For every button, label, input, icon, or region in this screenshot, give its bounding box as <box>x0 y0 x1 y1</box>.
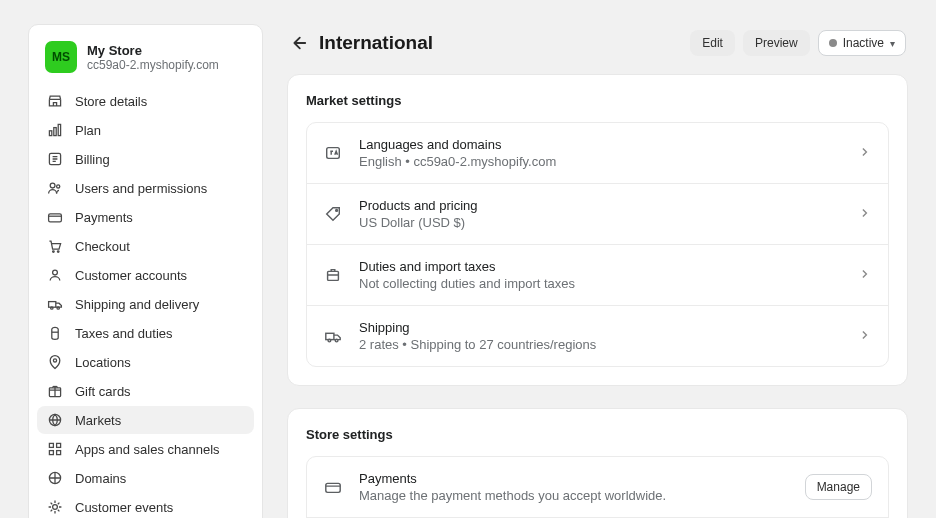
store-avatar: MS <box>45 41 77 73</box>
sidebar-item-label: Payments <box>75 210 133 225</box>
setting-row-title: Duties and import taxes <box>359 259 842 274</box>
setting-row-sub: English • cc59a0-2.myshopify.com <box>359 154 842 169</box>
setting-row-sub: 2 rates • Shipping to 27 countries/regio… <box>359 337 842 352</box>
svg-rect-0 <box>49 131 51 136</box>
domains-icon <box>47 470 63 486</box>
svg-point-12 <box>57 307 59 309</box>
page-title: International <box>319 32 433 54</box>
chevron-right-icon <box>858 328 872 345</box>
store-settings-list: PaymentsManage the payment methods you a… <box>306 456 889 518</box>
storefront-icon <box>47 93 63 109</box>
setting-row-title: Shipping <box>359 320 842 335</box>
apps-icon <box>47 441 63 457</box>
shipping-icon <box>47 296 63 312</box>
market-setting-row[interactable]: Products and pricingUS Dollar (USD $) <box>307 184 888 245</box>
tag-icon <box>323 204 343 224</box>
market-settings-card: Market settings Languages and domainsEng… <box>287 74 908 386</box>
truck-icon <box>323 326 343 346</box>
setting-row-sub: US Dollar (USD $) <box>359 215 842 230</box>
sidebar-item-label: Customer accounts <box>75 268 187 283</box>
status-dropdown[interactable]: Inactive ▾ <box>818 30 906 56</box>
svg-rect-16 <box>49 443 53 447</box>
sidebar-item-locations[interactable]: Locations <box>37 348 254 376</box>
chevron-right-icon <box>858 206 872 223</box>
store-header: MS My Store cc59a0-2.myshopify.com <box>37 37 254 87</box>
svg-rect-28 <box>326 483 340 492</box>
sidebar-item-customer-accounts[interactable]: Customer accounts <box>37 261 254 289</box>
market-setting-row[interactable]: Languages and domainsEnglish • cc59a0-2.… <box>307 123 888 184</box>
sidebar-item-label: Billing <box>75 152 110 167</box>
events-icon <box>47 499 63 515</box>
sidebar-item-plan[interactable]: Plan <box>37 116 254 144</box>
sidebar-item-label: Gift cards <box>75 384 131 399</box>
svg-point-5 <box>57 185 60 188</box>
status-dot-icon <box>829 39 837 47</box>
svg-rect-19 <box>57 451 61 455</box>
sidebar-item-label: Plan <box>75 123 101 138</box>
back-button[interactable] <box>289 34 307 52</box>
sidebar-item-label: Customer events <box>75 500 173 515</box>
payments-icon <box>323 477 343 497</box>
svg-point-9 <box>53 270 58 275</box>
sidebar-item-apps-and-sales-channels[interactable]: Apps and sales channels <box>37 435 254 463</box>
sidebar-item-payments[interactable]: Payments <box>37 203 254 231</box>
sidebar-item-checkout[interactable]: Checkout <box>37 232 254 260</box>
billing-icon <box>47 151 63 167</box>
plan-icon <box>47 122 63 138</box>
svg-point-21 <box>53 505 58 510</box>
market-setting-row[interactable]: Shipping2 rates • Shipping to 27 countri… <box>307 306 888 366</box>
chevron-right-icon <box>858 267 872 284</box>
customer-icon <box>47 267 63 283</box>
svg-point-13 <box>53 359 56 362</box>
sidebar-item-gift-cards[interactable]: Gift cards <box>37 377 254 405</box>
sidebar-item-billing[interactable]: Billing <box>37 145 254 173</box>
chevron-down-icon: ▾ <box>890 38 895 49</box>
sidebar-item-markets[interactable]: Markets <box>37 406 254 434</box>
sidebar-item-label: Users and permissions <box>75 181 207 196</box>
sidebar-item-shipping-and-delivery[interactable]: Shipping and delivery <box>37 290 254 318</box>
settings-nav: Store detailsPlanBillingUsers and permis… <box>37 87 254 518</box>
preview-button[interactable]: Preview <box>743 30 810 56</box>
store-settings-card: Store settings PaymentsManage the paymen… <box>287 408 908 518</box>
users-icon <box>47 180 63 196</box>
market-settings-title: Market settings <box>306 93 889 108</box>
main-content: International Edit Preview Inactive ▾ Ma… <box>287 24 908 518</box>
sidebar-item-label: Store details <box>75 94 147 109</box>
manage-button[interactable]: Manage <box>805 474 872 500</box>
taxes-icon <box>47 325 63 341</box>
svg-point-11 <box>51 307 53 309</box>
market-setting-row[interactable]: Duties and import taxesNot collecting du… <box>307 245 888 306</box>
sidebar-item-domains[interactable]: Domains <box>37 464 254 492</box>
store-setting-row: PaymentsManage the payment methods you a… <box>307 457 888 518</box>
sidebar-item-label: Apps and sales channels <box>75 442 220 457</box>
store-settings-title: Store settings <box>306 427 889 442</box>
sidebar-item-store-details[interactable]: Store details <box>37 87 254 115</box>
svg-rect-18 <box>49 451 53 455</box>
svg-rect-6 <box>49 214 62 222</box>
status-label: Inactive <box>843 36 884 50</box>
svg-point-4 <box>50 183 55 188</box>
edit-button[interactable]: Edit <box>690 30 735 56</box>
page-header: International Edit Preview Inactive ▾ <box>287 24 908 74</box>
svg-point-7 <box>53 251 55 253</box>
payments-icon <box>47 209 63 225</box>
chevron-right-icon <box>858 145 872 162</box>
sidebar-item-customer-events[interactable]: Customer events <box>37 493 254 518</box>
checkout-icon <box>47 238 63 254</box>
svg-point-27 <box>335 339 338 342</box>
duties-icon <box>323 265 343 285</box>
sidebar-item-label: Taxes and duties <box>75 326 173 341</box>
sidebar-item-label: Locations <box>75 355 131 370</box>
svg-rect-17 <box>57 443 61 447</box>
sidebar-item-taxes-and-duties[interactable]: Taxes and duties <box>37 319 254 347</box>
market-settings-list: Languages and domainsEnglish • cc59a0-2.… <box>306 122 889 367</box>
sidebar-item-users-and-permissions[interactable]: Users and permissions <box>37 174 254 202</box>
svg-rect-2 <box>58 124 60 135</box>
svg-point-26 <box>328 339 331 342</box>
setting-row-title: Languages and domains <box>359 137 842 152</box>
svg-rect-1 <box>54 128 56 136</box>
svg-rect-24 <box>328 271 339 280</box>
setting-row-title: Products and pricing <box>359 198 842 213</box>
settings-sidebar: MS My Store cc59a0-2.myshopify.com Store… <box>28 24 263 518</box>
sidebar-item-label: Markets <box>75 413 121 428</box>
